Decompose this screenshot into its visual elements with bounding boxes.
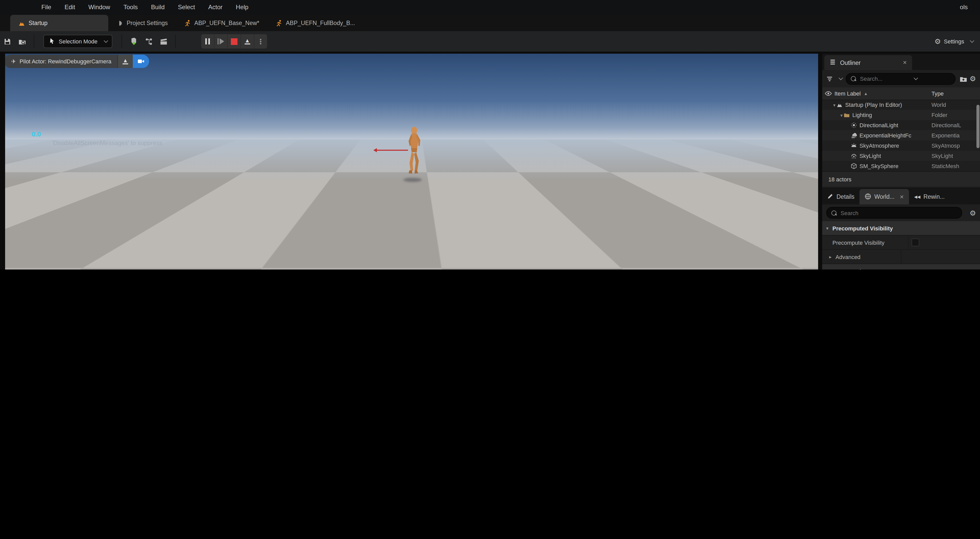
content-browser-button[interactable] <box>18 38 26 45</box>
right-dock: Outliner ✕ ⚙ Item Label ▲ Type ▾Startup … <box>822 54 980 270</box>
column-type[interactable]: Type <box>931 91 944 97</box>
user-initials: ols <box>960 0 968 15</box>
outliner-row-lighting[interactable]: ▾LightingFolder <box>822 110 980 120</box>
outliner-row-skyatmosphere[interactable]: SkyAtmosphereSkyAtmosp <box>822 140 980 151</box>
new-folder-button[interactable] <box>960 75 967 83</box>
add-actor-dropdown[interactable] <box>130 37 138 45</box>
airplane-icon: ✈ <box>11 58 16 65</box>
editor-tab-project-settings[interactable]: Project Settings <box>108 15 176 31</box>
globe-icon <box>865 193 871 201</box>
character-mannequin[interactable] <box>404 126 423 181</box>
pilot-camera-button[interactable] <box>133 55 149 68</box>
details-settings-button[interactable]: ⚙ <box>969 209 976 217</box>
selection-mode-dropdown[interactable]: Selection Mode <box>43 35 112 48</box>
play-options-button[interactable]: ••• <box>254 34 267 49</box>
eject-button[interactable]: ▲ <box>241 34 254 49</box>
pilot-actor-label: Pilot Actor: RewindDebuggerCamera <box>19 58 111 64</box>
menu-help[interactable]: Help <box>229 0 255 15</box>
details-search-input[interactable] <box>840 209 889 216</box>
viewport-3d[interactable]: ✈ Pilot Actor: RewindDebuggerCamera ▲ 0.… <box>5 54 818 270</box>
menu-items: FileEditWindowToolsBuildSelectActorHelp <box>35 0 255 15</box>
outliner-icon <box>829 59 836 66</box>
selection-mode-label: Selection Mode <box>59 38 97 45</box>
blueprints-dropdown[interactable] <box>145 38 153 45</box>
editor-tab-startup[interactable]: Startup <box>10 15 108 31</box>
editor-tab-abp-uefn-fullbody-b[interactable]: ABP_UEFN_FullBody_B... <box>267 15 363 31</box>
level-icon <box>18 20 25 26</box>
checkbox[interactable] <box>912 239 919 246</box>
details-section-precomputed-visibility[interactable]: ▾Precomputed Visibility <box>822 221 980 236</box>
settings-dropdown[interactable]: ⚙ Settings <box>934 31 973 52</box>
pause-button[interactable] <box>201 34 215 49</box>
outliner-row-exponentialheightfc[interactable]: ExponentialHeightFcExponentia <box>822 130 980 140</box>
outliner-search[interactable] <box>846 73 956 85</box>
outliner-scrollbar[interactable] <box>977 105 980 148</box>
menu-window[interactable]: Window <box>82 0 117 15</box>
atmo-icon <box>850 142 858 149</box>
collapse-arrow: ▾ <box>822 226 832 231</box>
editor-tab-bar: StartupProject SettingsABP_UEFN_Base_New… <box>0 15 980 31</box>
chevron-down-icon <box>104 38 108 43</box>
outliner-settings-button[interactable]: ⚙ <box>969 75 976 83</box>
stop-button[interactable] <box>228 34 241 49</box>
toolbar-divider <box>34 35 34 48</box>
menu-actor[interactable]: Actor <box>202 0 229 15</box>
main-toolbar: Selection Mode ▲ ••• ⚙ Settings <box>0 31 980 52</box>
play-controls: ▲ ••• <box>201 34 267 49</box>
column-item-label[interactable]: Item Label <box>834 91 861 97</box>
menu-edit[interactable]: Edit <box>58 0 82 15</box>
menu-tools[interactable]: Tools <box>117 0 144 15</box>
settings-label: Settings <box>944 38 964 45</box>
details-section-game-mode[interactable]: ▾Game Mode <box>822 264 980 270</box>
tab-label: Outliner <box>840 59 897 65</box>
editor-tab-abp-uefn-base-new[interactable]: ABP_UEFN_Base_New* <box>176 15 267 31</box>
details-row-advanced: ▸Advanced <box>822 250 980 264</box>
expand-arrow[interactable]: ▸ <box>825 254 835 259</box>
stop-piloting-button[interactable]: ▲ <box>118 55 133 68</box>
eye-icon[interactable] <box>822 90 834 97</box>
screen-message: 'DisableAllScreenMessages' to suppress <box>52 139 162 147</box>
outliner-row-skylight[interactable]: SkyLightSkyLight <box>822 151 980 161</box>
menu-build[interactable]: Build <box>144 0 171 15</box>
actor-count: 18 actors <box>822 171 980 187</box>
menu-file[interactable]: File <box>35 0 58 15</box>
unreal-editor-window: FileEditWindowToolsBuildSelectActorHelp … <box>0 0 980 270</box>
sun-icon <box>850 122 858 128</box>
velocity-arrow <box>376 150 408 151</box>
runner-icon <box>184 20 191 26</box>
screen-stat-value: 0.0 <box>32 130 41 138</box>
pencil-icon <box>827 193 834 200</box>
outliner-row-startup-play-in-editor[interactable]: ▾Startup (Play In Editor)World <box>822 100 980 110</box>
frame-skip-button[interactable] <box>215 34 228 49</box>
gear-icon: ⚙ <box>934 37 941 45</box>
expand-arrow[interactable]: ▾ <box>837 113 843 118</box>
cinematics-dropdown[interactable] <box>160 38 167 45</box>
chevron-down-icon <box>838 76 843 80</box>
toolbar-divider <box>175 35 176 48</box>
rewind-icon: ◀◀ <box>914 195 921 199</box>
level-icon <box>835 102 843 108</box>
pilot-actor-pill: ✈ Pilot Actor: RewindDebuggerCamera ▲ <box>5 55 149 68</box>
close-icon[interactable]: ✕ <box>900 194 904 199</box>
expand-arrow[interactable]: ▾ <box>830 103 835 108</box>
tab-outliner[interactable]: Outliner ✕ <box>824 55 912 70</box>
sort-asc-icon: ▲ <box>864 91 868 96</box>
skylight-icon <box>850 153 858 159</box>
tab-world-settings[interactable]: World...✕ <box>859 189 909 204</box>
mesh-icon <box>850 163 858 169</box>
toolbar-divider <box>121 35 122 48</box>
menu-bar: FileEditWindowToolsBuildSelectActorHelp … <box>0 0 980 15</box>
tab-rewind[interactable]: ◀◀Rewin... <box>909 189 950 204</box>
menu-select[interactable]: Select <box>171 0 202 15</box>
collapse-arrow: ▾ <box>822 268 832 270</box>
folder-icon <box>843 112 850 118</box>
details-search[interactable] <box>826 207 963 218</box>
close-icon[interactable]: ✕ <box>903 60 907 65</box>
outliner-row-directionallight[interactable]: DirectionalLightDirectionalL <box>822 120 980 130</box>
tab-details[interactable]: Details <box>822 189 859 204</box>
outliner-filter-button[interactable] <box>826 75 833 82</box>
outliner-search-input[interactable] <box>859 75 908 82</box>
outliner-row-sm-skysphere[interactable]: SM_SkySphereStaticMesh <box>822 161 980 171</box>
runner-icon <box>276 20 282 26</box>
save-button[interactable] <box>3 38 11 45</box>
